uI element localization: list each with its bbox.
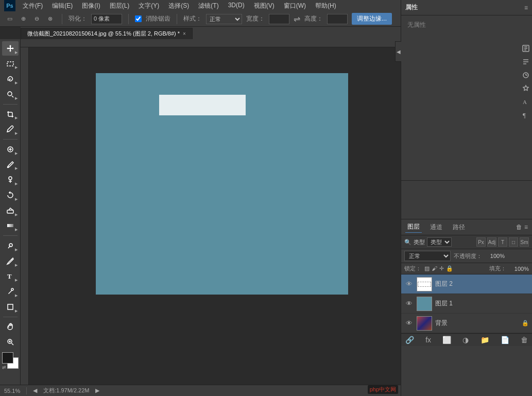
- layer-2-visibility-btn[interactable]: 👁: [404, 280, 414, 289]
- tool-lasso[interactable]: ▶: [2, 72, 19, 86]
- tool-quick-select[interactable]: ▶: [2, 87, 19, 101]
- tab-close-btn[interactable]: ×: [183, 31, 186, 37]
- layer-fx-btn[interactable]: fx: [425, 336, 431, 344]
- filter-type-label: 类型: [414, 238, 425, 246]
- marquee-add-btn[interactable]: ⊕: [18, 13, 29, 25]
- tab-layers[interactable]: 图层: [405, 221, 422, 233]
- lock-move-btn[interactable]: ✛: [439, 265, 444, 272]
- feather-input[interactable]: [91, 14, 122, 24]
- layers-panel-delete-btn[interactable]: 🗑: [516, 223, 522, 231]
- filter-type-select[interactable]: 类型: [427, 237, 452, 247]
- tool-shape[interactable]: ▶: [2, 300, 19, 314]
- panel-icon-3[interactable]: [521, 70, 531, 80]
- layer-link-btn[interactable]: 🔗: [405, 336, 414, 344]
- marquee-sub-btn[interactable]: ⊖: [31, 13, 42, 25]
- anti-alias-checkbox[interactable]: [135, 15, 142, 22]
- layer-mode-select[interactable]: 正常 溶解 正片叠底: [404, 251, 451, 261]
- panel-icon-5[interactable]: A: [521, 97, 531, 107]
- opacity-value[interactable]: 100%: [484, 253, 505, 259]
- filter-type-btn[interactable]: T: [498, 237, 507, 247]
- tool-brush[interactable]: ▶: [2, 158, 19, 172]
- layer-item-1[interactable]: 👁 图层 1: [401, 294, 532, 314]
- vertical-ruler: [21, 47, 29, 396]
- marquee-rect-btn[interactable]: ▭: [4, 13, 15, 25]
- filter-toggle-icon[interactable]: 🔍: [404, 239, 411, 246]
- layer-1-visibility-btn[interactable]: 👁: [404, 299, 414, 308]
- tool-marquee[interactable]: ▶: [2, 57, 19, 71]
- tool-hand[interactable]: [2, 320, 19, 334]
- tool-gradient[interactable]: ▶: [2, 219, 19, 233]
- svg-rect-0: [7, 62, 13, 66]
- layer-bg-visibility-btn[interactable]: 👁: [404, 319, 414, 328]
- panel-icon-4[interactable]: [521, 83, 531, 94]
- adjust-edge-button[interactable]: 调整边缘...: [352, 13, 392, 25]
- document-tab[interactable]: 微信截图_20210820150614.jpg @ 55.1% (图层 2, R…: [21, 28, 193, 39]
- foreground-color-swatch[interactable]: [2, 352, 13, 364]
- menu-文字[interactable]: 文字(Y): [134, 1, 163, 11]
- marquee-inter-btn[interactable]: ⊗: [44, 13, 56, 25]
- menu-文件[interactable]: 文件(F): [19, 1, 47, 11]
- filter-pixel-btn[interactable]: Px: [476, 237, 486, 247]
- layers-panel-menu-btn[interactable]: ≡: [524, 223, 528, 231]
- lock-icons: ▨ 🖌 ✛ 🔒: [424, 265, 453, 272]
- svg-text:A: A: [523, 99, 527, 105]
- opacity-label: 不透明度：: [454, 252, 482, 260]
- menu-图像[interactable]: 图像(I): [78, 1, 104, 11]
- tool-crop[interactable]: ▶: [2, 107, 19, 122]
- menu-编辑[interactable]: 编辑(E): [48, 1, 77, 11]
- width-input[interactable]: [269, 14, 289, 24]
- menu-滤镜[interactable]: 滤镜(T): [194, 1, 222, 11]
- panel-icon-2[interactable]: [521, 57, 531, 67]
- lock-label: 锁定：: [404, 265, 421, 272]
- tool-zoom[interactable]: [2, 335, 19, 349]
- layer-delete-btn[interactable]: 🗑: [521, 336, 528, 344]
- canvas-viewport[interactable]: [29, 47, 402, 396]
- status-prev-btn[interactable]: ◀: [33, 387, 37, 394]
- menu-帮助[interactable]: 帮助(H): [311, 1, 340, 11]
- height-input[interactable]: [327, 14, 348, 24]
- tool-eraser[interactable]: ▶: [2, 203, 19, 218]
- lock-paint-btn[interactable]: 🖌: [432, 265, 437, 272]
- tool-pen[interactable]: ▶: [2, 254, 19, 268]
- layer-item-2[interactable]: 👁 图层 2: [401, 274, 532, 294]
- menu-视图[interactable]: 视图(V): [250, 1, 279, 11]
- tab-channels[interactable]: 通道: [428, 222, 444, 233]
- properties-menu-button[interactable]: ≡: [524, 4, 528, 11]
- lock-all-btn[interactable]: 🔒: [446, 265, 453, 272]
- filter-adj-btn[interactable]: Adj: [487, 237, 496, 247]
- layer-group-btn[interactable]: 📁: [480, 336, 489, 344]
- menu-图层[interactable]: 图层(L): [106, 1, 134, 11]
- fill-value[interactable]: 100%: [508, 266, 529, 272]
- tool-type[interactable]: T ▶: [2, 269, 19, 284]
- panel-icon-6[interactable]: ¶: [521, 110, 531, 120]
- layer-item-bg[interactable]: 👁 背景 🔒: [401, 314, 532, 333]
- tool-clone[interactable]: ▶: [2, 173, 19, 187]
- panel-icon-1[interactable]: [521, 43, 531, 54]
- layer-1-name: 图层 1: [435, 299, 529, 308]
- tool-eyedropper[interactable]: ▶: [2, 122, 19, 136]
- filter-shape-btn[interactable]: □: [509, 237, 518, 247]
- tool-move[interactable]: ▶: [2, 41, 19, 56]
- layer-mask-btn[interactable]: ⬜: [442, 336, 451, 344]
- menu-窗口[interactable]: 窗口(W): [280, 1, 310, 11]
- style-select[interactable]: 正常 固定比例 固定大小: [206, 14, 242, 24]
- tool-healing[interactable]: ▶: [2, 142, 19, 157]
- width-label: 宽度：: [246, 14, 265, 23]
- tool-dodge[interactable]: ▶: [2, 238, 19, 253]
- svg-point-1: [8, 92, 12, 96]
- layer-new-btn[interactable]: 📄: [501, 336, 509, 344]
- properties-panel: 属性 ≡ 无属性: [401, 0, 532, 181]
- tool-path-select[interactable]: ▶: [2, 284, 19, 299]
- swap-icon[interactable]: ⇌: [294, 14, 300, 24]
- filter-smart-btn[interactable]: Sm: [520, 237, 529, 247]
- tool-history[interactable]: ▶: [2, 188, 19, 202]
- menu-选择[interactable]: 选择(S): [164, 1, 193, 11]
- layer-adj-btn[interactable]: ◑: [462, 336, 469, 344]
- menu-3D[interactable]: 3D(D): [224, 1, 249, 11]
- status-next-btn[interactable]: ▶: [95, 387, 99, 394]
- tab-paths[interactable]: 路径: [451, 222, 467, 233]
- swap-colors-btn[interactable]: ⇌: [2, 365, 6, 370]
- tool-sep-4: [3, 317, 18, 317]
- panel-collapse-button[interactable]: ◀: [395, 41, 401, 62]
- lock-transparent-btn[interactable]: ▨: [424, 265, 430, 272]
